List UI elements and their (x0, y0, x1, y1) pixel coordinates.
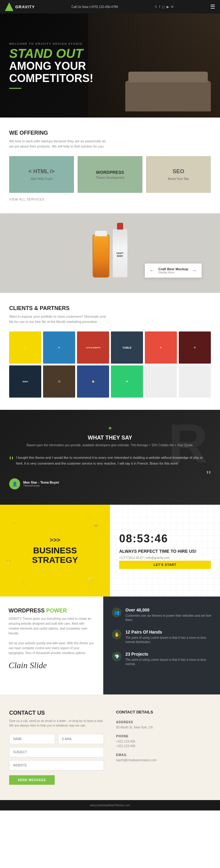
deco-3: 💻 (93, 523, 99, 529)
client-logo-4[interactable]: TABLE (111, 332, 143, 364)
strategy-left: >>> BUSINESSSTRATEGY 💡 ⏰ 💻 📊 ✏️ (0, 505, 110, 596)
wp-right: 👥 Over 40,000 Customers use our themes t… (103, 596, 220, 694)
contact-grid: CONTACT US Give us a call, send us an em… (9, 710, 211, 785)
html-subtitle: Start With Fresh (31, 177, 52, 181)
contact-form: SEND MESSAGE (9, 734, 104, 785)
strategy-arrows: >>> (32, 536, 78, 544)
header: GRAVITY Call Us Now (+970) 132-456-4789 … (0, 0, 220, 13)
testimonials-section: R ★ WHAT THEY SAY Based upon the informa… (0, 410, 220, 505)
hero-title-line3: COMPETITORS! (9, 72, 93, 85)
clients-grid-row2: share 🐻 🏠 ★ (9, 366, 211, 398)
service-seo[interactable]: SEO Boost Your Site (146, 156, 211, 193)
deco-4: 📊 (87, 577, 94, 583)
youtube-icon[interactable]: ▶ (167, 5, 169, 9)
contact-section: CONTACT US Give us a call, send us an em… (0, 694, 220, 800)
deco-5: ✏️ (22, 582, 28, 587)
client-logo-6[interactable]: S (179, 332, 211, 364)
email-input[interactable] (58, 734, 104, 744)
contact-address: ADDRESS 93 Worth St, New York, US (116, 720, 211, 730)
email-icon[interactable]: ✉ (171, 5, 174, 9)
address-label: ADDRESS (116, 720, 211, 724)
name-input[interactable] (9, 734, 55, 744)
website-input[interactable] (9, 760, 104, 770)
logo[interactable]: GRAVITY (5, 2, 35, 11)
instagram-icon[interactable]: ◻ (162, 5, 165, 9)
logo-icon (5, 2, 13, 11)
contact-form-col: CONTACT US Give us a call, send us an em… (9, 710, 104, 785)
contact-desc: Give us a call, send us an email or a le… (9, 719, 104, 728)
form-row-1 (9, 734, 104, 744)
wp-title: WORDPRESS (96, 170, 124, 175)
client-logo-2[interactable]: ● (43, 332, 75, 364)
customers-number: Over 40,000 (125, 608, 212, 613)
author-info: Max Star - Tema Buyer ThemeForest (23, 480, 59, 487)
logo-text: GRAVITY (15, 5, 35, 9)
offering-section: WE OFFERING We love to work with startup… (0, 118, 220, 213)
projects-icon: 💎 (112, 652, 122, 661)
customers-icon: 👥 (112, 608, 122, 617)
wp-desc1: GRAVITY Theme gives you everything you n… (8, 616, 95, 636)
client-logo-1[interactable]: ⭐ (9, 332, 41, 364)
lets-start-button[interactable]: LET'S START (119, 561, 211, 569)
testimonial-author: 👤 Max Star - Tema Buyer ThemeForest (9, 478, 211, 489)
showcase-card-title: Craft Beer Mockup (158, 267, 188, 271)
strategy-right: 08:53:46 ALWAYS PERFECT TIME TO HIRE US!… (110, 505, 220, 596)
wp-desc2: Set up your website quickly and with eas… (8, 641, 95, 656)
view-all-link[interactable]: VIEW ALL SERVICES (9, 198, 211, 201)
menu-button[interactable]: ☰ (210, 3, 215, 10)
twitter-icon[interactable]: 𝕏 (155, 5, 157, 9)
hero-content: WELCOME TO GRAVITY DESIGN STUDIO STAND O… (0, 42, 102, 89)
showcase-card-subtitle: Display More (158, 271, 188, 274)
email-value: say/hi@creativacompany.com (116, 758, 211, 763)
client-logo-10[interactable]: ★ (111, 366, 143, 398)
contact-phone: PHONE +321-123-456 +321-123-456 (116, 735, 211, 748)
service-wordpress[interactable]: WORDPRESS Theme Development (78, 156, 142, 193)
footer: www.DownloadNewThemes.com (0, 800, 220, 810)
client-logo-7[interactable]: share (9, 366, 41, 398)
offering-title: WE OFFERING (9, 130, 211, 136)
showcase-nav: ← (150, 268, 155, 273)
send-button[interactable]: SEND MESSAGE (9, 775, 55, 785)
author-role: ThemeForest (23, 484, 59, 487)
projects-desc: The point of using Lorem Ipsum is that i… (125, 658, 212, 666)
subject-input[interactable] (9, 747, 104, 757)
wp-power-highlight: POWER (46, 608, 67, 614)
hands-number: 12 Pairs Of Hands (125, 629, 212, 634)
stat-projects-text: 23 Projects The point of using Lorem Ips… (125, 652, 212, 666)
phone-label: PHONE (116, 735, 211, 738)
header-social: 𝕏 f ◻ ▶ ✉ (155, 5, 174, 9)
showcase-card-text: Craft Beer Mockup Display More (158, 267, 188, 274)
client-logo-8[interactable]: 🐻 (43, 366, 75, 398)
address-value: 93 Worth St, New York, US (116, 725, 211, 730)
wp-power-section: WORDPRESS POWER GRAVITY Theme gives you … (0, 596, 220, 694)
clients-section: CLIENTS & PARTNERS Want to expose your p… (0, 293, 220, 410)
contact-details-title: CONTACT DETAILS (116, 710, 211, 714)
html-icon: < HTML /> (28, 168, 55, 175)
contact-details-col: CONTACT DETAILS ADDRESS 93 Worth St, New… (116, 710, 211, 785)
phone-value1: +321-123-456 (116, 739, 211, 744)
clients-grid-row1: ⭐ ● LITTLE ROBOTS TABLE ● S (9, 332, 211, 364)
bg-letter: R (168, 416, 208, 471)
contact-title: CONTACT US (9, 710, 104, 716)
client-logo-empty2 (179, 366, 211, 398)
showcase-card[interactable]: ← Craft Beer Mockup Display More → (145, 264, 202, 278)
contact-email: EMAIL say/hi@creativacompany.com (116, 753, 211, 763)
showcase-section: CRAFTBEER ← Craft Beer Mockup Display Mo… (0, 213, 220, 293)
hero-sofa (125, 81, 211, 112)
client-logo-9[interactable]: 🏠 (77, 366, 109, 398)
next-icon[interactable]: → (192, 268, 197, 273)
stat-customers: 👥 Over 40,000 Customers use our themes t… (112, 608, 212, 622)
service-html[interactable]: < HTML /> Start With Fresh (9, 156, 74, 193)
projects-number: 23 Projects (125, 652, 212, 656)
client-logo-5[interactable]: ● (145, 332, 177, 364)
stat-hands: ✋ 12 Pairs Of Hands The point of using L… (112, 629, 212, 644)
prev-icon[interactable]: ← (150, 268, 155, 273)
strategy-title: BUSINESSSTRATEGY (32, 546, 78, 565)
beer-glass (93, 235, 109, 278)
author-avatar: 👤 (9, 478, 20, 489)
hire-title: ALWAYS PERFECT TIME TO HIRE US! (119, 549, 211, 554)
deco-2: ⏰ (5, 560, 12, 566)
facebook-icon[interactable]: f (159, 5, 160, 9)
hero-section: WELCOME TO GRAVITY DESIGN STUDIO STAND O… (0, 13, 220, 118)
client-logo-3[interactable]: LITTLE ROBOTS (77, 332, 109, 364)
